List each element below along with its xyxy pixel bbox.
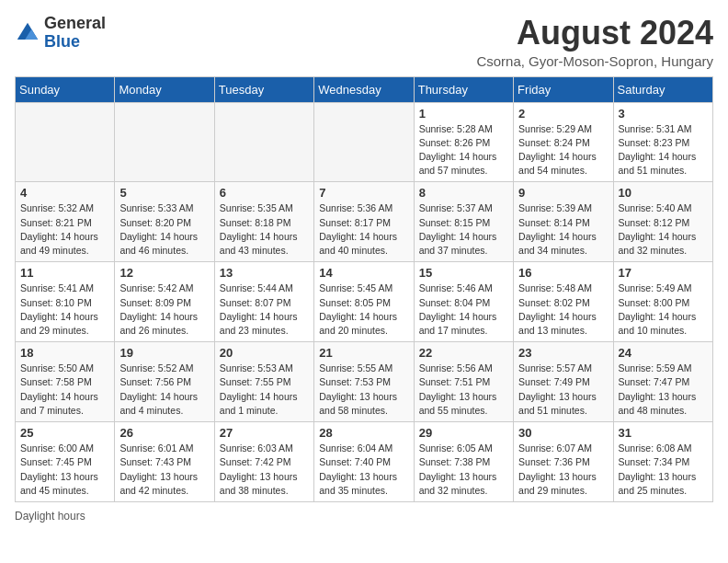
location-subtitle: Csorna, Gyor-Moson-Sopron, Hungary: [476, 53, 713, 69]
calendar-cell: 21Sunrise: 5:55 AMSunset: 7:53 PMDayligh…: [314, 342, 414, 422]
day-info: Sunrise: 6:04 AMSunset: 7:40 PMDaylight:…: [319, 442, 408, 498]
calendar-header-row: SundayMondayTuesdayWednesdayThursdayFrid…: [16, 76, 713, 102]
day-number: 30: [518, 426, 608, 440]
calendar-cell: [16, 102, 115, 182]
day-info: Sunrise: 5:56 AMSunset: 7:51 PMDaylight:…: [419, 362, 508, 418]
calendar-cell: 22Sunrise: 5:56 AMSunset: 7:51 PMDayligh…: [414, 342, 513, 422]
calendar-cell: 5Sunrise: 5:33 AMSunset: 8:20 PMDaylight…: [115, 182, 214, 262]
day-number: 17: [619, 266, 708, 280]
calendar-cell: 9Sunrise: 5:39 AMSunset: 8:14 PMDaylight…: [514, 182, 613, 262]
day-info: Sunrise: 5:41 AMSunset: 8:10 PMDaylight:…: [20, 282, 109, 338]
day-number: 15: [419, 266, 508, 280]
day-info: Sunrise: 5:42 AMSunset: 8:09 PMDaylight:…: [119, 282, 209, 338]
day-number: 12: [119, 266, 209, 280]
calendar-cell: 27Sunrise: 6:03 AMSunset: 7:42 PMDayligh…: [214, 422, 313, 502]
day-info: Sunrise: 5:45 AMSunset: 8:05 PMDaylight:…: [319, 282, 408, 338]
title-area: August 2024 Csorna, Gyor-Moson-Sopron, H…: [476, 15, 713, 69]
calendar-cell: 17Sunrise: 5:49 AMSunset: 8:00 PMDayligh…: [613, 262, 712, 342]
calendar-weekday-sunday: Sunday: [16, 76, 115, 102]
day-number: 6: [220, 186, 309, 200]
calendar-weekday-saturday: Saturday: [613, 76, 712, 102]
calendar-week-1: 1Sunrise: 5:28 AMSunset: 8:26 PMDaylight…: [16, 102, 713, 182]
day-number: 28: [319, 426, 408, 440]
day-number: 13: [220, 266, 309, 280]
day-number: 3: [619, 107, 708, 121]
calendar-cell: 6Sunrise: 5:35 AMSunset: 8:18 PMDaylight…: [214, 182, 313, 262]
logo-general-text: General: [44, 15, 106, 33]
calendar-cell: 24Sunrise: 5:59 AMSunset: 7:47 PMDayligh…: [613, 342, 712, 422]
calendar-cell: 10Sunrise: 5:40 AMSunset: 8:12 PMDayligh…: [613, 182, 712, 262]
calendar-cell: 4Sunrise: 5:32 AMSunset: 8:21 PMDaylight…: [16, 182, 115, 262]
day-number: 18: [20, 346, 109, 360]
calendar-cell: 11Sunrise: 5:41 AMSunset: 8:10 PMDayligh…: [16, 262, 115, 342]
calendar-cell: 15Sunrise: 5:46 AMSunset: 8:04 PMDayligh…: [414, 262, 513, 342]
calendar-cell: 20Sunrise: 5:53 AMSunset: 7:55 PMDayligh…: [214, 342, 313, 422]
calendar-cell: 25Sunrise: 6:00 AMSunset: 7:45 PMDayligh…: [16, 422, 115, 502]
day-number: 20: [220, 346, 309, 360]
day-number: 29: [419, 426, 508, 440]
calendar-cell: 13Sunrise: 5:44 AMSunset: 8:07 PMDayligh…: [214, 262, 313, 342]
calendar-cell: 3Sunrise: 5:31 AMSunset: 8:23 PMDaylight…: [613, 102, 712, 182]
calendar-cell: 23Sunrise: 5:57 AMSunset: 7:49 PMDayligh…: [514, 342, 613, 422]
calendar-cell: 14Sunrise: 5:45 AMSunset: 8:05 PMDayligh…: [314, 262, 414, 342]
day-info: Sunrise: 5:32 AMSunset: 8:21 PMDaylight:…: [20, 201, 109, 258]
day-number: 2: [518, 107, 608, 121]
calendar-cell: 31Sunrise: 6:08 AMSunset: 7:34 PMDayligh…: [613, 422, 712, 502]
day-number: 8: [419, 186, 508, 200]
calendar-cell: 28Sunrise: 6:04 AMSunset: 7:40 PMDayligh…: [314, 422, 414, 502]
calendar-cell: 26Sunrise: 6:01 AMSunset: 7:43 PMDayligh…: [115, 422, 214, 502]
day-info: Sunrise: 5:35 AMSunset: 8:18 PMDaylight:…: [220, 201, 309, 258]
calendar-cell: 12Sunrise: 5:42 AMSunset: 8:09 PMDayligh…: [115, 262, 214, 342]
day-info: Sunrise: 6:05 AMSunset: 7:38 PMDaylight:…: [419, 442, 508, 498]
day-number: 9: [518, 186, 608, 200]
day-number: 25: [20, 426, 109, 440]
calendar-week-2: 4Sunrise: 5:32 AMSunset: 8:21 PMDaylight…: [16, 182, 713, 262]
calendar-week-3: 11Sunrise: 5:41 AMSunset: 8:10 PMDayligh…: [16, 262, 713, 342]
day-info: Sunrise: 5:29 AMSunset: 8:24 PMDaylight:…: [518, 122, 608, 178]
day-info: Sunrise: 5:28 AMSunset: 8:26 PMDaylight:…: [419, 122, 508, 178]
calendar-cell: 18Sunrise: 5:50 AMSunset: 7:58 PMDayligh…: [16, 342, 115, 422]
footer-note: Daylight hours: [15, 510, 713, 523]
day-info: Sunrise: 6:00 AMSunset: 7:45 PMDaylight:…: [20, 442, 109, 498]
page-header: General Blue August 2024 Csorna, Gyor-Mo…: [15, 15, 713, 69]
calendar-weekday-monday: Monday: [115, 76, 214, 102]
month-year-title: August 2024: [476, 15, 713, 52]
calendar-cell: 29Sunrise: 6:05 AMSunset: 7:38 PMDayligh…: [414, 422, 513, 502]
day-info: Sunrise: 6:03 AMSunset: 7:42 PMDaylight:…: [220, 442, 309, 498]
day-info: Sunrise: 5:37 AMSunset: 8:15 PMDaylight:…: [419, 201, 508, 258]
calendar-cell: 1Sunrise: 5:28 AMSunset: 8:26 PMDaylight…: [414, 102, 513, 182]
calendar-cell: 30Sunrise: 6:07 AMSunset: 7:36 PMDayligh…: [514, 422, 613, 502]
day-number: 24: [619, 346, 708, 360]
day-info: Sunrise: 6:08 AMSunset: 7:34 PMDaylight:…: [619, 442, 708, 498]
day-number: 16: [518, 266, 608, 280]
day-number: 10: [619, 186, 708, 200]
calendar-cell: [314, 102, 414, 182]
day-number: 27: [220, 426, 309, 440]
day-number: 1: [419, 107, 508, 121]
day-info: Sunrise: 5:40 AMSunset: 8:12 PMDaylight:…: [619, 201, 708, 258]
day-info: Sunrise: 5:57 AMSunset: 7:49 PMDaylight:…: [518, 362, 608, 418]
calendar-table: SundayMondayTuesdayWednesdayThursdayFrid…: [15, 76, 713, 502]
day-number: 4: [20, 186, 109, 200]
day-number: 31: [619, 426, 708, 440]
day-number: 5: [119, 186, 209, 200]
calendar-weekday-thursday: Thursday: [414, 76, 513, 102]
day-info: Sunrise: 5:36 AMSunset: 8:17 PMDaylight:…: [319, 201, 408, 258]
calendar-cell: 7Sunrise: 5:36 AMSunset: 8:17 PMDaylight…: [314, 182, 414, 262]
day-number: 14: [319, 266, 408, 280]
calendar-weekday-tuesday: Tuesday: [214, 76, 313, 102]
day-number: 26: [119, 426, 209, 440]
calendar-week-4: 18Sunrise: 5:50 AMSunset: 7:58 PMDayligh…: [16, 342, 713, 422]
logo: General Blue: [15, 15, 106, 52]
day-info: Sunrise: 5:31 AMSunset: 8:23 PMDaylight:…: [619, 122, 708, 178]
day-number: 11: [20, 266, 109, 280]
logo-text: General Blue: [44, 15, 106, 52]
day-info: Sunrise: 5:49 AMSunset: 8:00 PMDaylight:…: [619, 282, 708, 338]
day-number: 7: [319, 186, 408, 200]
day-info: Sunrise: 5:39 AMSunset: 8:14 PMDaylight:…: [518, 201, 608, 258]
day-info: Sunrise: 6:01 AMSunset: 7:43 PMDaylight:…: [119, 442, 209, 498]
calendar-cell: 8Sunrise: 5:37 AMSunset: 8:15 PMDaylight…: [414, 182, 513, 262]
day-info: Sunrise: 6:07 AMSunset: 7:36 PMDaylight:…: [518, 442, 608, 498]
day-info: Sunrise: 5:59 AMSunset: 7:47 PMDaylight:…: [619, 362, 708, 418]
calendar-cell: [115, 102, 214, 182]
